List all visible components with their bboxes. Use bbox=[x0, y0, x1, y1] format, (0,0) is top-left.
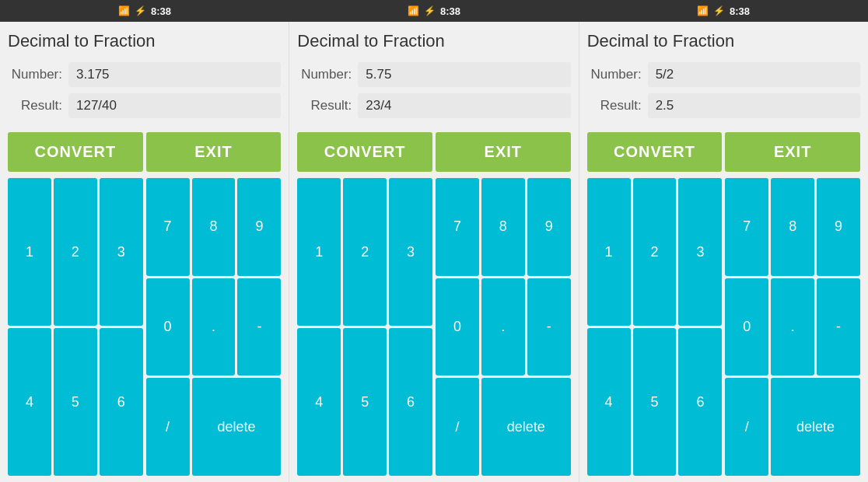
convert-button-1[interactable]: CONVERT bbox=[8, 132, 143, 172]
main-content: Decimal to Fraction Number: Result: CONV… bbox=[0, 22, 868, 482]
signal-icon-1: 📶 bbox=[118, 5, 130, 16]
convert-button-2[interactable]: CONVERT bbox=[297, 132, 432, 172]
key-2-8[interactable]: 8 bbox=[481, 178, 525, 276]
result-label-1: Result: bbox=[8, 98, 62, 114]
calculator-panel-2: Decimal to Fraction Number: Result: CONV… bbox=[289, 22, 579, 482]
key-1-minus[interactable]: - bbox=[237, 278, 281, 376]
key-3-8[interactable]: 8 bbox=[771, 178, 814, 276]
key-2-0[interactable]: 0 bbox=[436, 278, 479, 376]
panel-title-1: Decimal to Fraction bbox=[8, 31, 281, 51]
key-3-0[interactable]: 0 bbox=[725, 278, 768, 376]
button-row-3: CONVERT EXIT bbox=[587, 132, 860, 172]
key-3-4[interactable]: 4 bbox=[587, 328, 631, 476]
result-row-3: Result: bbox=[587, 93, 860, 118]
keypad-right-3: 7 8 9 0 . - / delete bbox=[725, 178, 860, 476]
key-2-7[interactable]: 7 bbox=[436, 178, 479, 276]
exit-button-2[interactable]: EXIT bbox=[436, 132, 571, 172]
key-3-2[interactable]: 2 bbox=[633, 178, 677, 326]
key-3-minus[interactable]: - bbox=[817, 278, 860, 376]
key-3-5[interactable]: 5 bbox=[633, 328, 677, 476]
key-2-6[interactable]: 6 bbox=[389, 328, 432, 476]
keypad-left-2: 1 2 3 4 5 6 bbox=[297, 178, 432, 476]
key-3-dot[interactable]: . bbox=[771, 278, 814, 376]
time-1: 8:38 bbox=[151, 5, 171, 17]
button-row-1: CONVERT EXIT bbox=[8, 132, 281, 172]
key-3-9[interactable]: 9 bbox=[817, 178, 860, 276]
key-3-1[interactable]: 1 bbox=[587, 178, 631, 326]
key-3-delete[interactable]: delete bbox=[771, 378, 860, 476]
number-label-2: Number: bbox=[297, 67, 352, 82]
number-input-2[interactable] bbox=[358, 62, 570, 87]
key-2-4[interactable]: 4 bbox=[297, 328, 341, 476]
battery-icon-2: ⚡ bbox=[424, 5, 436, 16]
keypad-area-2: 1 2 3 4 5 6 7 8 9 0 . - / delete bbox=[297, 178, 570, 476]
keypad-left-3: 1 2 3 4 5 6 bbox=[587, 178, 723, 476]
key-3-slash[interactable]: / bbox=[725, 378, 768, 476]
key-1-delete[interactable]: delete bbox=[192, 378, 282, 476]
key-3-6[interactable]: 6 bbox=[678, 328, 722, 476]
number-row-2: Number: bbox=[297, 62, 570, 87]
status-section-1: 📶 ⚡ 8:38 bbox=[0, 5, 289, 17]
key-2-3[interactable]: 3 bbox=[389, 178, 432, 326]
calculator-panel-1: Decimal to Fraction Number: Result: CONV… bbox=[0, 22, 289, 482]
status-section-3: 📶 ⚡ 8:38 bbox=[579, 5, 868, 17]
keypad-area-1: 1 2 3 4 5 6 7 8 9 0 . - / delete bbox=[8, 178, 281, 476]
key-1-2[interactable]: 2 bbox=[54, 178, 97, 326]
key-1-4[interactable]: 4 bbox=[8, 328, 51, 476]
key-2-9[interactable]: 9 bbox=[527, 178, 571, 276]
result-row-1: Result: bbox=[8, 93, 281, 118]
battery-icon-3: ⚡ bbox=[713, 5, 725, 16]
key-1-8[interactable]: 8 bbox=[192, 178, 236, 276]
key-1-9[interactable]: 9 bbox=[237, 178, 281, 276]
key-1-dot[interactable]: . bbox=[192, 278, 236, 376]
signal-icon-3: 📶 bbox=[697, 5, 709, 16]
result-input-2[interactable] bbox=[358, 93, 570, 118]
key-1-0[interactable]: 0 bbox=[146, 278, 190, 376]
number-input-3[interactable] bbox=[648, 62, 860, 87]
key-2-delete[interactable]: delete bbox=[481, 378, 571, 476]
calculator-panel-3: Decimal to Fraction Number: Result: CONV… bbox=[579, 22, 868, 482]
battery-icon-1: ⚡ bbox=[135, 5, 146, 16]
key-1-3[interactable]: 3 bbox=[100, 178, 143, 326]
exit-button-3[interactable]: EXIT bbox=[725, 132, 860, 172]
panel-title-2: Decimal to Fraction bbox=[297, 31, 570, 51]
key-2-slash[interactable]: / bbox=[436, 378, 479, 476]
key-2-5[interactable]: 5 bbox=[343, 328, 387, 476]
result-input-1[interactable] bbox=[68, 93, 281, 118]
status-section-2: 📶 ⚡ 8:38 bbox=[289, 5, 579, 17]
keypad-right-1: 7 8 9 0 . - / delete bbox=[146, 178, 282, 476]
key-2-2[interactable]: 2 bbox=[343, 178, 387, 326]
number-row-1: Number: bbox=[8, 62, 281, 87]
key-1-slash[interactable]: / bbox=[146, 378, 190, 476]
result-row-2: Result: bbox=[297, 93, 570, 118]
keypad-area-3: 1 2 3 4 5 6 7 8 9 0 . - / delete bbox=[587, 178, 860, 476]
key-1-5[interactable]: 5 bbox=[54, 328, 97, 476]
time-3: 8:38 bbox=[730, 5, 750, 17]
key-3-3[interactable]: 3 bbox=[678, 178, 722, 326]
key-1-1[interactable]: 1 bbox=[8, 178, 51, 326]
key-2-1[interactable]: 1 bbox=[297, 178, 341, 326]
key-1-6[interactable]: 6 bbox=[100, 328, 143, 476]
button-row-2: CONVERT EXIT bbox=[297, 132, 570, 172]
keypad-left-1: 1 2 3 4 5 6 bbox=[8, 178, 143, 476]
key-3-7[interactable]: 7 bbox=[725, 178, 768, 276]
signal-icon-2: 📶 bbox=[408, 5, 419, 16]
panel-title-3: Decimal to Fraction bbox=[587, 31, 860, 51]
number-input-1[interactable] bbox=[68, 62, 281, 87]
keypad-right-2: 7 8 9 0 . - / delete bbox=[436, 178, 571, 476]
exit-button-1[interactable]: EXIT bbox=[146, 132, 282, 172]
number-label-1: Number: bbox=[8, 67, 62, 82]
status-bar: 📶 ⚡ 8:38 📶 ⚡ 8:38 📶 ⚡ 8:38 bbox=[0, 0, 868, 22]
result-label-2: Result: bbox=[297, 98, 352, 114]
key-2-minus[interactable]: - bbox=[527, 278, 571, 376]
number-label-3: Number: bbox=[587, 67, 642, 82]
convert-button-3[interactable]: CONVERT bbox=[587, 132, 723, 172]
time-2: 8:38 bbox=[440, 5, 460, 17]
number-row-3: Number: bbox=[587, 62, 860, 87]
key-1-7[interactable]: 7 bbox=[146, 178, 190, 276]
key-2-dot[interactable]: . bbox=[481, 278, 525, 376]
result-label-3: Result: bbox=[587, 98, 642, 114]
result-input-3[interactable] bbox=[648, 93, 860, 118]
